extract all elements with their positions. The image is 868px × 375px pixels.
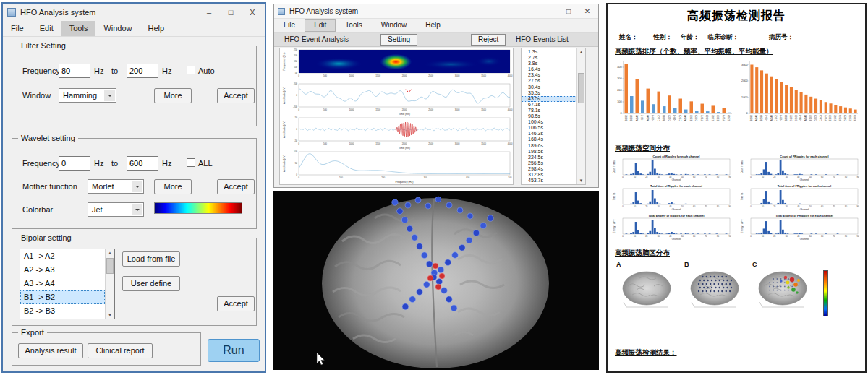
viewer-menu-edit[interactable]: Edit — [305, 19, 336, 32]
settings-menu-window[interactable]: Window — [95, 21, 140, 36]
settings-titlebar[interactable]: HFO Analysis system – □ X — [3, 4, 265, 21]
svg-text:3500: 3500 — [481, 74, 486, 77]
filter-accept-button[interactable]: Accept — [217, 88, 255, 103]
bipolar-channel-option[interactable]: A1 -> A2 — [20, 249, 105, 263]
bipolar-accept-button[interactable]: Accept — [217, 296, 255, 311]
section-result-title: 高频振荡检测结果： — [615, 348, 858, 358]
svg-text:2000: 2000 — [741, 79, 747, 82]
hz-label: Hz — [162, 159, 171, 168]
svg-text:F2-F3: F2-F3 — [723, 115, 726, 121]
hfo-event-item[interactable]: 312.8s — [522, 172, 576, 178]
hfo-event-item[interactable]: 30.4s — [522, 85, 576, 90]
run-button[interactable]: Run — [208, 339, 260, 362]
maximize-icon[interactable]: □ — [220, 8, 242, 17]
scroll-thumb[interactable] — [106, 258, 114, 274]
section-ranking-title: 高频振荡排序（个数、频率、平均振幅、平均能量） — [615, 47, 858, 56]
hfo-event-item[interactable]: 43.5s — [522, 96, 576, 102]
hfo-event-item[interactable]: 168.4s — [522, 137, 576, 142]
events-scrollbar[interactable]: ▲ ▼ — [576, 48, 585, 184]
wavelet-freq-high-input[interactable] — [127, 156, 158, 171]
clinical-report-button[interactable]: Clinical report — [88, 343, 153, 358]
hfo-event-item[interactable]: 146.3s — [522, 131, 576, 137]
scroll-thumb[interactable] — [578, 73, 584, 103]
hfo-event-item[interactable]: 198.5s — [522, 149, 576, 155]
hfo-event-item[interactable]: 106.5s — [522, 125, 576, 131]
minimize-icon[interactable]: – — [540, 7, 559, 15]
filter-freq-low-input[interactable] — [59, 64, 90, 78]
bipolar-channel-option[interactable]: A3 -> A4 — [20, 277, 105, 290]
scroll-down-icon[interactable]: ▼ — [106, 311, 114, 319]
hfo-event-item[interactable]: 35.3s — [522, 90, 576, 96]
settings-menu-file[interactable]: File — [3, 21, 32, 36]
svg-text:40: 40 — [669, 235, 672, 238]
spectrogram-plot: Frequency (Hz)25020015010050050010001500… — [280, 48, 513, 82]
wavelet-freq-low-input[interactable] — [59, 156, 90, 171]
viewer-menu-window[interactable]: Window — [372, 19, 417, 32]
brain-3d-view[interactable] — [273, 191, 599, 370]
load-from-file-button[interactable]: Load from file — [122, 251, 180, 267]
hfo-event-item[interactable]: 3.8s — [522, 61, 576, 66]
hfo-event-item[interactable]: 2.7s — [522, 55, 576, 61]
maximize-icon[interactable]: □ — [559, 7, 578, 15]
settings-menu-tools[interactable]: Tools — [61, 21, 96, 36]
scroll-up-icon[interactable]: ▲ — [106, 249, 114, 257]
auto-checkbox[interactable] — [187, 66, 195, 74]
hfo-event-item[interactable]: 256.5s — [522, 160, 576, 166]
hfo-event-item[interactable]: 67.1s — [522, 102, 576, 108]
setting-button[interactable]: Setting — [380, 34, 417, 46]
plots-area: Frequency (Hz)25020015010050050010001500… — [279, 48, 514, 185]
settings-menu-edit[interactable]: Edit — [32, 21, 61, 36]
all-checkbox[interactable] — [187, 158, 195, 167]
hfo-event-item[interactable]: 224.5s — [522, 155, 576, 160]
filter-freq-high-input[interactable] — [127, 64, 158, 78]
filter-more-button[interactable]: More — [154, 88, 192, 103]
hfo-event-item[interactable]: 189.6s — [522, 143, 576, 149]
svg-text:E1-E2: E1-E2 — [690, 115, 693, 121]
bipolar-channel-option[interactable]: B1 -> B2 — [20, 290, 105, 304]
bipolar-channel-option[interactable]: A2 -> A3 — [20, 263, 105, 277]
hfo-event-item[interactable]: 100.4s — [522, 119, 576, 125]
svg-text:250: 250 — [294, 48, 297, 51]
svg-text:Energy / uV^2: Energy / uV^2 — [613, 219, 616, 233]
scroll-down-icon[interactable]: ▼ — [577, 177, 585, 184]
hfo-event-item[interactable]: 98.5s — [522, 113, 576, 119]
svg-text:90: 90 — [856, 205, 859, 208]
window-select[interactable]: Hamming — [59, 88, 116, 103]
bipolar-channel-list[interactable]: A1 -> A2A2 -> A3A3 -> A4B1 -> B2B2 -> B3… — [20, 249, 115, 319]
chevron-down-icon[interactable] — [132, 181, 142, 192]
bipolar-scrollbar[interactable]: ▲ ▼ — [105, 249, 114, 319]
hfo-event-item[interactable]: 16.4s — [522, 66, 576, 72]
hfo-event-item[interactable]: 27.5s — [522, 78, 576, 84]
settings-menu-help[interactable]: Help — [140, 21, 173, 36]
analysis-result-button[interactable]: Analysis result — [18, 343, 83, 358]
mother-function-select[interactable]: Morlet — [88, 179, 144, 194]
chevron-down-icon[interactable] — [104, 90, 115, 101]
colorbar-select[interactable]: Jet — [88, 202, 144, 217]
minimize-icon[interactable]: – — [198, 8, 220, 17]
svg-text:C2-C3: C2-C3 — [795, 115, 798, 121]
svg-text:H1-H2: H1-H2 — [765, 115, 768, 121]
svg-text:Frequency (Hz): Frequency (Hz) — [396, 181, 414, 184]
bipolar-channel-option[interactable]: B2 -> B3 — [20, 304, 105, 318]
viewer-menu-tools[interactable]: Tools — [336, 19, 371, 32]
wavelet-more-button[interactable]: More — [154, 179, 192, 194]
colorbar-select-value: Jet — [92, 205, 103, 214]
chevron-down-icon[interactable] — [132, 204, 142, 215]
hfo-event-item[interactable]: 453.7s — [522, 178, 576, 184]
scroll-up-icon[interactable]: ▲ — [577, 48, 585, 56]
hfo-event-item[interactable]: 298.4s — [522, 166, 576, 172]
hfo-event-item[interactable]: 78.1s — [522, 108, 576, 113]
hfo-event-item[interactable]: 1.3s — [522, 49, 576, 55]
hfo-event-item[interactable]: 23.4s — [522, 72, 576, 78]
wavelet-accept-button[interactable]: Accept — [217, 179, 255, 194]
hfo-events-list[interactable]: 1.3s2.7s3.8s16.4s23.4s27.5s30.4s35.3s43.… — [522, 49, 576, 184]
svg-text:100: 100 — [294, 66, 297, 69]
viewer-titlebar[interactable]: HFO Analysis system – □ ✕ — [274, 4, 598, 19]
viewer-menu-file[interactable]: File — [274, 19, 305, 32]
reject-button[interactable]: Reject — [471, 34, 506, 46]
close-icon[interactable]: X — [242, 8, 263, 17]
viewer-window-title: HFO Analysis system — [289, 7, 358, 15]
close-icon[interactable]: ✕ — [578, 7, 597, 15]
viewer-menu-help[interactable]: Help — [416, 19, 450, 32]
user-define-button[interactable]: User define — [122, 276, 180, 291]
